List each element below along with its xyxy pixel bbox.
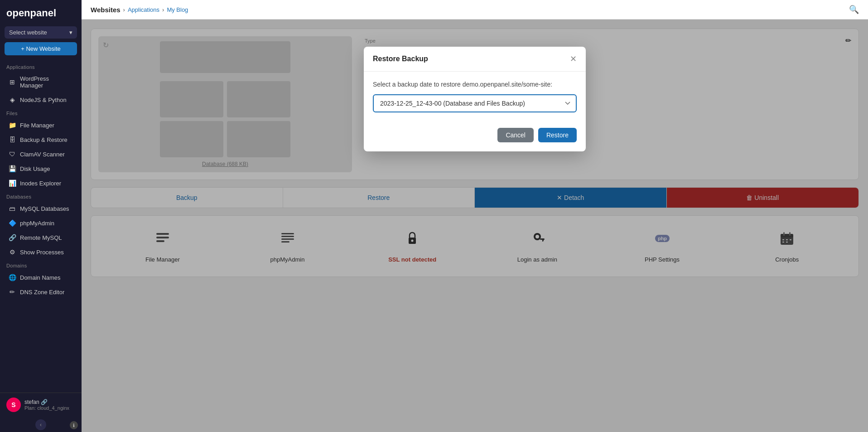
user-info: stefan 🔗 Plan: cloud_4_nginx — [24, 399, 69, 411]
globe-icon: 🌐 — [8, 274, 16, 281]
wordpress-icon: ⊞ — [8, 78, 16, 86]
disk-icon: 💾 — [8, 165, 16, 172]
collapse-sidebar-button[interactable]: ‹ — [35, 419, 46, 430]
section-files-label: Files — [0, 107, 82, 118]
breadcrumb-myblog[interactable]: My Blog — [167, 6, 188, 13]
new-website-button[interactable]: + New Website — [5, 42, 77, 55]
select-website-dropdown[interactable]: Select website ▾ — [5, 26, 77, 39]
shield-icon: 🛡 — [8, 150, 16, 158]
sidebar-item-label: DNS Zone Editor — [20, 289, 64, 296]
mysql-icon: 🗃 — [8, 205, 16, 212]
nodejs-icon: ◈ — [8, 96, 16, 103]
sidebar-item-remote-mysql[interactable]: 🔗 Remote MySQL — [2, 231, 80, 244]
phpmyadmin-icon: 🔷 — [8, 219, 16, 227]
sidebar-item-file-manager[interactable]: 📁 File Manager — [2, 118, 80, 132]
modal-body: Select a backup date to restore demo.ope… — [364, 72, 586, 121]
select-website-label: Select website — [9, 29, 47, 36]
search-button[interactable]: 🔍 — [849, 5, 859, 15]
restore-button[interactable]: Restore — [538, 128, 577, 142]
processes-icon: ⚙ — [8, 248, 16, 256]
modal-description: Select a backup date to restore demo.ope… — [373, 81, 577, 88]
sidebar-item-disk-usage[interactable]: 💾 Disk Usage — [2, 162, 80, 175]
user-area: S stefan 🔗 Plan: cloud_4_nginx — [0, 393, 82, 417]
chevron-down-icon: ▾ — [69, 29, 72, 36]
sidebar-item-label: Show Processes — [20, 249, 64, 256]
modal-close-button[interactable]: ✕ — [570, 54, 577, 64]
breadcrumb-applications[interactable]: Applications — [128, 6, 159, 13]
modal-title: Restore Backup — [373, 55, 428, 63]
sidebar-item-label: Backup & Restore — [20, 136, 68, 143]
cancel-button[interactable]: Cancel — [497, 128, 534, 142]
breadcrumb: Websites › Applications › My Blog — [91, 6, 188, 14]
breadcrumb-sep-1: › — [123, 6, 125, 13]
sidebar-item-label: MySQL Databases — [20, 205, 69, 212]
sidebar-item-show-processes[interactable]: ⚙ Show Processes — [2, 245, 80, 259]
inodes-icon: 📊 — [8, 180, 16, 187]
sidebar-item-clamav[interactable]: 🛡 ClamAV Scanner — [2, 147, 80, 161]
main-area: Websites › Applications › My Blog 🔍 ↻ — [82, 0, 868, 432]
websites-title: Websites — [91, 6, 121, 14]
sidebar-item-label: Disk Usage — [20, 165, 50, 172]
external-link-icon: 🔗 — [41, 399, 48, 405]
avatar: S — [6, 398, 21, 412]
breadcrumb-sep-2: › — [162, 6, 164, 13]
section-databases-label: Databases — [0, 190, 82, 201]
sidebar-item-label: Inodes Explorer — [20, 180, 61, 187]
dns-icon: ✏ — [8, 288, 16, 296]
remote-icon: 🔗 — [8, 234, 16, 241]
sidebar-item-backup-restore[interactable]: 🗄 Backup & Restore — [2, 133, 80, 146]
section-domains-label: Domains — [0, 259, 82, 270]
info-button[interactable]: ℹ — [70, 421, 78, 429]
restore-backup-modal: Restore Backup ✕ Select a backup date to… — [364, 47, 586, 151]
username: stefan 🔗 — [24, 399, 69, 405]
sidebar-item-label: phpMyAdmin — [20, 220, 54, 227]
modal-footer: Cancel Restore — [364, 121, 586, 151]
sidebar-item-wordpress-manager[interactable]: ⊞ WordPress Manager — [2, 72, 80, 92]
folder-icon: 📁 — [8, 121, 16, 129]
user-plan: Plan: cloud_4_nginx — [24, 405, 69, 411]
sidebar-item-label: ClamAV Scanner — [20, 151, 65, 158]
backup-date-select[interactable]: 2023-12-25_12-43-00 (Database and Files … — [373, 94, 577, 112]
content-area: ↻ Database (688 KB) Type ⊞ WordPre — [82, 19, 868, 432]
sidebar-item-label: File Manager — [20, 122, 54, 129]
sidebar: openpanel Select website ▾ + New Website… — [0, 0, 82, 432]
modal-header: Restore Backup ✕ — [364, 47, 586, 72]
sidebar-item-nodejs-python[interactable]: ◈ NodeJS & Python — [2, 93, 80, 107]
topbar: Websites › Applications › My Blog 🔍 — [82, 0, 868, 19]
sidebar-item-label: Domain Names — [20, 274, 61, 281]
sidebar-item-label: Remote MySQL — [20, 234, 62, 241]
logo: openpanel — [0, 0, 82, 26]
sidebar-item-label: WordPress Manager — [20, 75, 73, 89]
sidebar-item-label: NodeJS & Python — [20, 97, 67, 103]
sidebar-item-phpmyadmin[interactable]: 🔷 phpMyAdmin — [2, 216, 80, 230]
sidebar-item-mysql[interactable]: 🗃 MySQL Databases — [2, 202, 80, 215]
section-applications-label: Applications — [0, 61, 82, 72]
sidebar-item-dns-zone-editor[interactable]: ✏ DNS Zone Editor — [2, 285, 80, 299]
modal-overlay: Restore Backup ✕ Select a backup date to… — [82, 19, 868, 432]
sidebar-item-inodes-explorer[interactable]: 📊 Inodes Explorer — [2, 176, 80, 190]
sidebar-item-domain-names[interactable]: 🌐 Domain Names — [2, 271, 80, 284]
backup-icon: 🗄 — [8, 136, 16, 143]
